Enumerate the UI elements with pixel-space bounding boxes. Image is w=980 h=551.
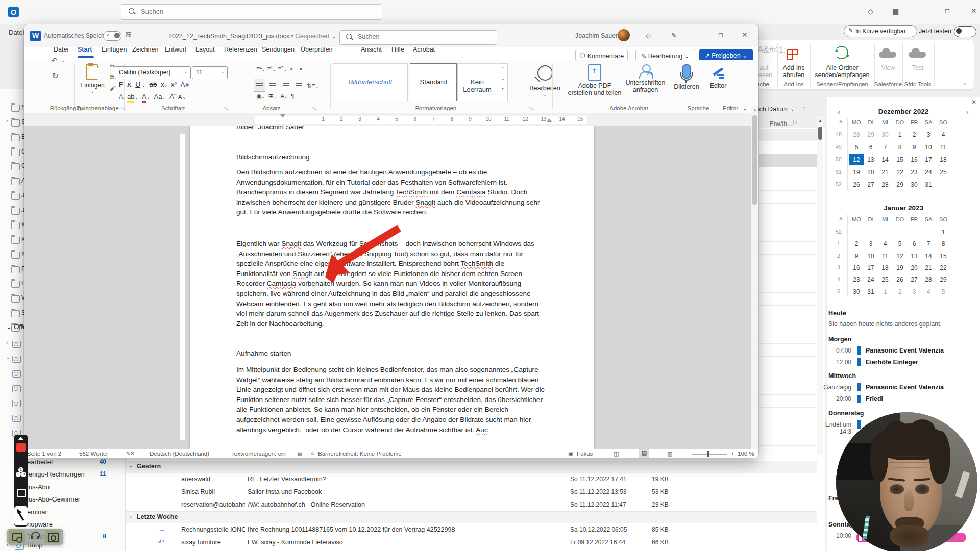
calendar-day[interactable]: 30 [907, 179, 921, 190]
calendar-day[interactable]: 4 [921, 286, 936, 297]
screen-capture-button[interactable] [9, 530, 24, 543]
calendar-day[interactable]: 11 [878, 251, 892, 262]
ruler[interactable]: 123456789101112131415 [24, 113, 758, 126]
tab-einfügen[interactable]: Einfügen [102, 46, 127, 53]
sort-button[interactable]: A↓ [280, 93, 287, 100]
rail-folder-icon[interactable] [12, 356, 21, 363]
rail-folder-icon[interactable] [12, 400, 21, 407]
flag-icon[interactable]: ⚐ [792, 119, 798, 127]
status-word-count[interactable]: 562 Wörter [79, 450, 108, 457]
outlook-app-icon[interactable]: O [8, 7, 19, 17]
status-page-count[interactable]: Seite 1 von 2 [27, 450, 61, 457]
calendar-day[interactable]: 21 [921, 262, 936, 273]
calendar-day[interactable]: 12 [849, 154, 864, 165]
email-row[interactable]: ↶sixay furnitureFW: sixay - Kommode Lief… [126, 536, 817, 549]
folder-item-hopware[interactable]: hopware [27, 520, 53, 528]
calendar-day[interactable]: 6 [907, 238, 921, 249]
calendar-day[interactable]: 28 [849, 129, 864, 140]
shading-button[interactable]: ◉ [256, 93, 261, 100]
dialog-launcher-icon[interactable]: ⤡ [121, 106, 125, 111]
tab-hilfe[interactable]: Hilfe [391, 46, 404, 53]
text-effects-button[interactable]: A [119, 93, 124, 101]
sort-direction-icon[interactable]: ↑ [802, 104, 806, 112]
subscript-button[interactable]: x₂ [161, 81, 167, 88]
outlook-file-tab[interactable]: Datei [9, 29, 24, 36]
ribbon-button-label[interactable]: Test [887, 64, 948, 71]
print-layout-icon[interactable]: ▤ [639, 449, 649, 458]
mentions-filter[interactable]: Erwäh... [770, 120, 792, 128]
status-predictions[interactable]: Textvorhersagen: ein [231, 450, 286, 457]
message-list-scrollbar[interactable]: ▲ [817, 116, 823, 454]
calendar-day[interactable]: 20 [864, 167, 878, 178]
outlook-restore-icon[interactable]: ◻ [945, 7, 950, 14]
rail-folder-icon[interactable] [11, 208, 20, 215]
dialog-launcher-icon[interactable]: ⤡ [529, 106, 533, 111]
rail-folder-icon[interactable] [11, 134, 20, 141]
calendar-day[interactable]: 23 [907, 167, 921, 178]
tab-layout[interactable]: Layout [195, 46, 215, 53]
shape-tool-button[interactable] [17, 489, 26, 497]
calendar-day[interactable]: 16 [907, 154, 921, 165]
document-scroll-thumb[interactable] [752, 115, 757, 205]
superscript-button[interactable]: x² [171, 81, 177, 88]
format-painter-icon[interactable]: 🖌 [110, 85, 116, 92]
calendar-day[interactable]: 17 [921, 154, 936, 165]
predictions-icon[interactable]: ▤ [298, 450, 302, 456]
outdent-button[interactable]: ⇤ [290, 65, 296, 72]
collapse-triangle-icon[interactable] [18, 437, 23, 440]
undo-icon[interactable]: ↶ [51, 56, 58, 65]
calendar-day[interactable]: 25 [878, 274, 892, 285]
coming-soon-pill[interactable]: ✎ In Kürze verfügbar [844, 25, 917, 37]
sort-chevron-icon[interactable]: ⌄ [790, 106, 794, 112]
calendar-day[interactable]: 24 [864, 274, 878, 285]
diamond-icon[interactable]: ◇ [868, 7, 873, 15]
rail-folder-icon[interactable] [11, 252, 20, 259]
font-size-select[interactable]: 11 ⌄ [192, 66, 228, 79]
calendar-day[interactable]: 31 [921, 179, 936, 190]
style-kein-leerraum[interactable]: Kein Leerraum [457, 63, 497, 101]
folder-item-earbeitet[interactable]: earbeitet [27, 458, 53, 466]
calendar-day[interactable]: 28 [878, 179, 892, 190]
outlook-minimize-icon[interactable]: – [919, 6, 923, 14]
calendar-day[interactable]: 21 [878, 167, 892, 178]
rail-folder-icon[interactable] [11, 178, 20, 185]
rail-expand-icon[interactable]: › [6, 118, 8, 123]
align-center-button[interactable] [267, 79, 278, 91]
headphones-icon[interactable] [31, 532, 40, 540]
calendar-day[interactable]: 31 [864, 286, 878, 297]
calendar-day[interactable]: 24 [921, 167, 936, 178]
zoom-level[interactable]: 100 % [738, 450, 754, 457]
rail-folder-icon[interactable] [11, 163, 20, 170]
email-row[interactable]: Sinisa RubilSailor Insta und FacebookSo … [126, 486, 817, 499]
indent-button[interactable]: ⇥ [297, 65, 302, 72]
grow-font-button[interactable]: Aˆ [169, 93, 176, 101]
ruler-indent-marker[interactable] [280, 114, 285, 118]
dialog-launcher-icon[interactable]: ⤡ [312, 106, 316, 111]
announce-icon[interactable]: ✎ [671, 32, 677, 39]
calendar-day[interactable]: 13 [864, 154, 878, 165]
calendar-day[interactable]: 19 [849, 167, 864, 178]
rail-folder-icon[interactable] [11, 119, 20, 127]
calendar-day[interactable]: 26 [849, 179, 864, 190]
group-chevron-icon[interactable]: ⌄ [129, 513, 133, 519]
record-stop-button[interactable] [16, 443, 26, 452]
strikethrough-button[interactable]: ab [150, 81, 157, 88]
rail-folder-icon[interactable] [11, 310, 20, 317]
read-aloud-icon[interactable]: A&#41; [757, 45, 786, 55]
calendar-day[interactable]: 3 [921, 129, 936, 140]
calendar-day[interactable]: 14 [878, 154, 892, 165]
tab-überprüfen[interactable]: Überprüfen [301, 46, 333, 53]
ribbon-collapse-icon[interactable]: ⌄ [963, 80, 967, 86]
save-icon[interactable]: 🖫 [125, 31, 132, 39]
calendar-day[interactable]: 4 [878, 238, 892, 249]
calendar-day[interactable]: 8 [936, 238, 950, 249]
calendar-day[interactable]: 5 [893, 238, 907, 249]
justify-button[interactable] [293, 79, 304, 91]
zoom-slider[interactable] [692, 454, 727, 455]
outlook-search-bar[interactable]: Suchen [121, 4, 382, 20]
tab-acrobat[interactable]: Acrobat [413, 46, 435, 53]
calendar-day[interactable]: 1 [936, 227, 950, 238]
scroll-up-icon[interactable]: ▲ [818, 118, 822, 123]
autosave-toggle[interactable]: ✓ [103, 31, 121, 41]
status-language[interactable]: Deutsch (Deutschland) [150, 450, 209, 457]
